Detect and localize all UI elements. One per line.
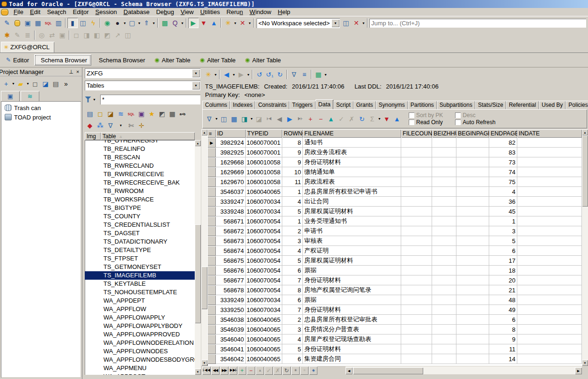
row-selector[interactable] bbox=[207, 315, 216, 325]
row-selector[interactable] bbox=[207, 157, 216, 167]
scroll-up-icon[interactable]: ▲ bbox=[195, 140, 201, 146]
cell[interactable]: 1060070034 bbox=[246, 197, 282, 207]
grid-left-scrollbar[interactable]: ▲ ▼ bbox=[201, 129, 207, 366]
compare-icon[interactable]: ⇄ bbox=[47, 30, 57, 40]
cell[interactable]: 4 bbox=[282, 197, 303, 207]
table-row[interactable]: 354603810600400652忠县房屋所有权登记审批表6 bbox=[207, 315, 582, 325]
cell[interactable] bbox=[432, 266, 456, 275]
option-sort-by-pk[interactable]: Sort by PK bbox=[409, 112, 443, 119]
chevron-down-icon[interactable]: ▼ bbox=[232, 73, 236, 76]
cell[interactable]: 身份证明材料 bbox=[303, 305, 401, 315]
filter-icon[interactable]: ∇ bbox=[105, 120, 116, 131]
tab-policies[interactable]: Policies bbox=[566, 101, 588, 109]
cell[interactable]: 5 bbox=[282, 256, 303, 266]
last-record-icon[interactable]: ▶Ꮀ bbox=[295, 114, 305, 124]
cell[interactable] bbox=[401, 187, 432, 197]
cell[interactable]: 7 bbox=[282, 275, 303, 285]
cell[interactable]: 1060070054 bbox=[246, 216, 282, 226]
sql-icon[interactable]: SQL bbox=[126, 109, 136, 119]
table-row[interactable]: 333924810600700345房屋权属证明材料45 bbox=[207, 207, 582, 216]
back-icon[interactable]: ◀ bbox=[221, 69, 232, 80]
scroll-down-icon[interactable]: ▼ bbox=[195, 369, 201, 375]
menu-editor[interactable]: Editor bbox=[70, 8, 92, 16]
cell[interactable] bbox=[401, 157, 432, 167]
tab-used-by[interactable]: Used By bbox=[539, 101, 566, 109]
cell[interactable] bbox=[432, 157, 456, 167]
cell[interactable]: 1060070034 bbox=[246, 295, 282, 305]
chevron-down-icon[interactable]: ▼ bbox=[152, 22, 156, 25]
cell[interactable]: 1060040065 bbox=[246, 325, 282, 334]
cell[interactable] bbox=[432, 285, 456, 295]
cell[interactable]: 1060040065 bbox=[246, 315, 282, 325]
scroll-down-icon[interactable]: ▼ bbox=[201, 360, 207, 366]
cell[interactable]: 1 bbox=[282, 187, 303, 197]
cell[interactable] bbox=[401, 266, 432, 275]
cell[interactable] bbox=[517, 226, 582, 236]
cell[interactable]: 1060070054 bbox=[246, 275, 282, 285]
cell[interactable]: 1060040065 bbox=[246, 354, 282, 364]
cell[interactable]: 9 bbox=[282, 148, 303, 157]
cell[interactable] bbox=[432, 246, 456, 256]
row-selector[interactable] bbox=[207, 354, 216, 364]
cell[interactable]: 1060070001 bbox=[246, 138, 282, 148]
plsql-lookup-icon[interactable]: Q bbox=[170, 18, 180, 28]
chevron-down-icon[interactable]: ▼ bbox=[331, 19, 339, 27]
cell[interactable] bbox=[517, 177, 582, 187]
cell[interactable] bbox=[401, 344, 432, 354]
table-row[interactable]: 354604110600400655身份证明材料11 bbox=[207, 344, 582, 354]
cell[interactable]: 6 bbox=[282, 354, 303, 364]
favorites-icon[interactable]: ★ bbox=[147, 109, 157, 119]
chevron-down-icon[interactable]: ▼ bbox=[248, 22, 252, 25]
cancel-edit-icon[interactable]: ✗ bbox=[346, 114, 357, 124]
table-row[interactable]: 56867610600700546票据18 bbox=[207, 266, 582, 275]
cell[interactable] bbox=[432, 187, 456, 197]
cell[interactable]: 9 bbox=[282, 157, 303, 167]
cell[interactable] bbox=[401, 177, 432, 187]
cell[interactable]: 审核表 bbox=[303, 236, 401, 246]
cell[interactable] bbox=[456, 315, 489, 325]
tab-triggers[interactable]: Triggers bbox=[289, 101, 316, 109]
cell[interactable]: 568676 bbox=[216, 266, 246, 275]
cell[interactable]: 3546037 bbox=[216, 187, 246, 197]
row-selector[interactable] bbox=[207, 285, 216, 295]
post-edit-icon[interactable]: ✓ bbox=[336, 114, 346, 124]
cell[interactable] bbox=[456, 167, 489, 177]
chevron-down-icon[interactable]: ▼ bbox=[11, 82, 15, 85]
cell[interactable]: 身份证明材料 bbox=[303, 157, 401, 167]
cell[interactable]: 1060040065 bbox=[246, 187, 282, 197]
sql-monitor-icon[interactable]: SQL bbox=[43, 18, 53, 28]
list-item[interactable]: TS_DAGSET bbox=[85, 229, 195, 238]
sum-icon[interactable]: Σ bbox=[367, 114, 377, 124]
cell[interactable]: 11 bbox=[282, 177, 303, 187]
session-browser-icon[interactable]: ● bbox=[112, 18, 123, 28]
cell[interactable] bbox=[517, 334, 582, 344]
cell[interactable]: 1 bbox=[489, 216, 517, 226]
tab-subpartitions[interactable]: Subpartitions bbox=[437, 101, 475, 109]
pin-icon[interactable]: ⊥ bbox=[68, 68, 74, 75]
describe-objects-icon[interactable]: ◫ bbox=[78, 18, 88, 28]
column-header-beginpage[interactable]: BEGINPAGE bbox=[456, 129, 489, 138]
pm-tab-project[interactable]: ▣ bbox=[1, 91, 20, 101]
list-item[interactable]: TS_CREDENTIALSLIST bbox=[85, 221, 195, 229]
chevron-down-icon[interactable]: ▼ bbox=[246, 73, 250, 76]
cell[interactable]: 3982924 bbox=[216, 138, 246, 148]
row-selector[interactable] bbox=[207, 197, 216, 207]
row-selector[interactable] bbox=[207, 305, 216, 315]
tab-constraints[interactable]: Constraints bbox=[255, 101, 289, 109]
cell[interactable]: 通知书 bbox=[303, 138, 401, 148]
cell[interactable] bbox=[401, 295, 432, 305]
tree-item-toad-project[interactable]: TOAD project bbox=[5, 112, 81, 122]
row-selector[interactable]: ▶ bbox=[207, 138, 216, 148]
table-row[interactable]: 56867710600700547身份证明材料20 bbox=[207, 275, 582, 285]
cell[interactable] bbox=[517, 246, 582, 256]
table-row[interactable]: 56867510600700545房屋权属证明材料17 bbox=[207, 256, 582, 266]
cell[interactable] bbox=[401, 167, 432, 177]
cell[interactable] bbox=[517, 285, 582, 295]
list-item[interactable]: TS_FTPSET bbox=[85, 254, 195, 263]
tab-stats-size[interactable]: Stats/Size bbox=[475, 101, 506, 109]
cell[interactable] bbox=[517, 315, 582, 325]
tab-referential[interactable]: Referential bbox=[506, 101, 539, 109]
table-row[interactable]: ▶398292410600700018通知书82 bbox=[207, 138, 582, 148]
cell[interactable]: 11 bbox=[489, 344, 517, 354]
new-connection-icon[interactable]: ✳ bbox=[223, 18, 233, 28]
